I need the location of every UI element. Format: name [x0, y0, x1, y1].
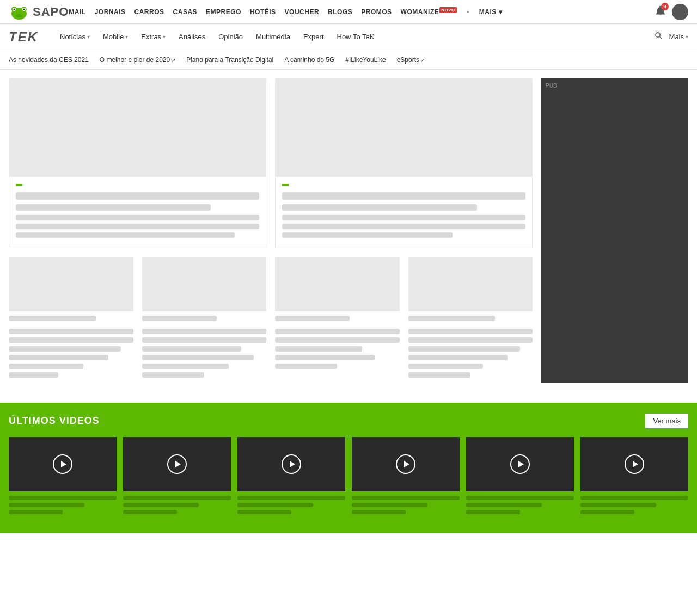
- video-thumb-5: [466, 437, 574, 491]
- tek-nav-extras[interactable]: Extras ▾: [136, 29, 171, 44]
- video-sk-6c: [580, 510, 634, 514]
- small-card-2[interactable]: [142, 257, 267, 381]
- tag-ilikeyoulike[interactable]: #ILikeYouLike: [345, 56, 386, 64]
- user-avatar[interactable]: [672, 4, 688, 20]
- main-container: PUB: [0, 70, 697, 403]
- category-tag-2: [282, 184, 289, 186]
- video-sk-2b: [123, 503, 199, 507]
- videos-title: ÚLTIMOS VIDEOS: [9, 415, 100, 427]
- nav-promos[interactable]: PROMOS: [361, 8, 392, 16]
- nav-jornais[interactable]: JORNAIS: [95, 8, 126, 16]
- search-icon: [654, 31, 664, 41]
- svg-point-7: [16, 14, 22, 17]
- tek-nav-analises[interactable]: Análises: [173, 29, 211, 44]
- sapo-frog-icon: [9, 2, 29, 22]
- play-button-6[interactable]: [625, 454, 644, 474]
- play-triangle-icon-3: [290, 461, 295, 467]
- small-image-2: [142, 257, 267, 311]
- top-nav-right: 9: [655, 4, 688, 20]
- sidebar-ad: PUB: [541, 78, 688, 383]
- top-navigation: SAPO MAIL JORNAIS CARROS CASAS EMPREGO H…: [0, 0, 697, 24]
- ver-mais-button[interactable]: Ver mais: [645, 414, 688, 428]
- sk-4c: [408, 337, 533, 343]
- nav-voucher[interactable]: VOUCHER: [285, 8, 320, 16]
- featured-card-2[interactable]: [275, 78, 533, 248]
- chevron-down-icon: ▾: [686, 34, 688, 40]
- tag-melhor-pior[interactable]: O melhor e pior de 2020↗: [100, 56, 175, 64]
- nav-emprego[interactable]: EMPREGO: [206, 8, 241, 16]
- play-button-1[interactable]: [53, 454, 72, 474]
- tag-caminho-5g[interactable]: A caminho do 5G: [284, 56, 334, 64]
- sk-1a: [9, 316, 96, 321]
- video-sk-3b: [237, 503, 313, 507]
- sk-4b: [408, 329, 533, 334]
- notification-icon[interactable]: 9: [655, 5, 667, 19]
- sk-4e: [408, 355, 508, 360]
- tag-esports[interactable]: eSports↗: [397, 56, 425, 64]
- play-button-2[interactable]: [167, 454, 187, 474]
- tek-nav-opiniao[interactable]: Opinião: [213, 29, 248, 44]
- video-card-6[interactable]: [580, 437, 688, 517]
- skeleton-title-1: [16, 192, 259, 200]
- nav-mais[interactable]: MAIS ▾: [479, 8, 502, 16]
- play-triangle-icon-2: [175, 461, 181, 467]
- tek-nav-noticias[interactable]: Notícias ▾: [54, 29, 95, 44]
- video-card-5[interactable]: [466, 437, 574, 517]
- nav-hoteis[interactable]: HOTÉIS: [250, 8, 276, 16]
- video-card-4[interactable]: [352, 437, 460, 517]
- video-thumb-2: [123, 437, 231, 491]
- videos-grid: [9, 437, 688, 517]
- tek-nav-multimedia[interactable]: Multimédia: [250, 29, 296, 44]
- sk-1c: [9, 337, 133, 343]
- play-button-4[interactable]: [396, 454, 415, 474]
- skeleton-line-2b: [282, 224, 525, 229]
- skeleton-line-1a: [16, 215, 259, 220]
- video-card-3[interactable]: [237, 437, 345, 517]
- small-card-4[interactable]: [408, 257, 533, 381]
- video-card-2[interactable]: [123, 437, 231, 517]
- tek-nav-how-to-tek[interactable]: How To TeK: [332, 29, 380, 44]
- small-cards-row: [9, 257, 533, 381]
- video-thumb-1: [9, 437, 117, 491]
- small-card-3[interactable]: [275, 257, 400, 381]
- tek-nav-expert[interactable]: Expert: [298, 29, 329, 44]
- tag-transicao-digital[interactable]: Plano para a Transição Digital: [186, 56, 273, 64]
- nav-blogs[interactable]: BLOGS: [328, 8, 352, 16]
- tek-nav-mobile[interactable]: Mobile ▾: [97, 29, 133, 44]
- featured-card-content-2: [276, 177, 532, 248]
- mais-button[interactable]: Mais ▾: [669, 33, 688, 41]
- video-card-1[interactable]: [9, 437, 117, 517]
- play-button-3[interactable]: [282, 454, 301, 474]
- video-thumb-6: [580, 437, 688, 491]
- chevron-down-icon: ▾: [163, 34, 166, 40]
- sapo-logo[interactable]: SAPO: [9, 2, 69, 22]
- top-nav-links: MAIL JORNAIS CARROS CASAS EMPREGO HOTÉIS…: [69, 8, 655, 16]
- featured-card-1[interactable]: [9, 78, 266, 248]
- svg-point-6: [23, 8, 25, 10]
- video-sk-2c: [123, 510, 177, 514]
- sk-4a: [408, 316, 496, 321]
- nav-mail[interactable]: MAIL: [69, 8, 85, 16]
- chevron-down-icon: ▾: [87, 34, 90, 40]
- small-card-1[interactable]: [9, 257, 133, 381]
- video-sk-3a: [237, 496, 345, 500]
- nav-womanize[interactable]: WOMANIZENOVO: [401, 8, 457, 16]
- play-triangle-icon-5: [518, 461, 524, 467]
- external-link-icon: ↗: [420, 57, 425, 63]
- tek-nav-links: Notícias ▾ Mobile ▾ Extras ▾ Análises Op…: [54, 29, 654, 44]
- skeleton-line-2c: [282, 232, 453, 238]
- video-thumb-4: [352, 437, 460, 491]
- video-sk-2a: [123, 496, 231, 500]
- play-button-5[interactable]: [510, 454, 530, 474]
- sk-1b: [9, 329, 133, 334]
- tag-ces-2021[interactable]: As novidades da CES 2021: [9, 56, 89, 64]
- search-button[interactable]: [654, 31, 664, 43]
- featured-image-2: [276, 79, 532, 177]
- nav-carros[interactable]: CARROS: [134, 8, 164, 16]
- video-sk-5c: [466, 510, 520, 514]
- video-sk-5b: [466, 503, 542, 507]
- nav-casas[interactable]: CASAS: [173, 8, 198, 16]
- video-thumb-3: [237, 437, 345, 491]
- video-sk-5a: [466, 496, 574, 500]
- video-sk-4c: [352, 510, 406, 514]
